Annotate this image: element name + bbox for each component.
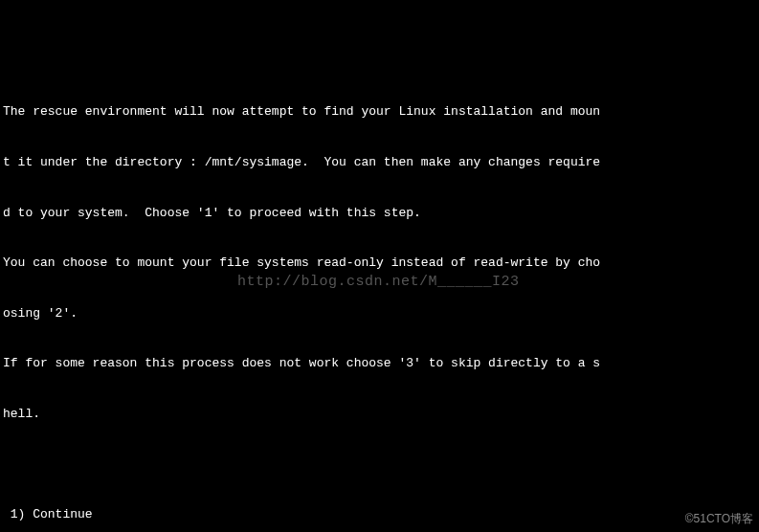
intro-line: You can choose to mount your file system… <box>3 255 759 272</box>
intro-line: osing '2'. <box>3 305 759 322</box>
intro-line: t it under the directory : /mnt/sysimage… <box>3 154 759 171</box>
intro-line: hell. <box>3 406 759 423</box>
intro-line: d to your system. Choose '1' to proceed … <box>3 205 759 222</box>
blank-line <box>3 456 759 474</box>
intro-line: If for some reason this process does not… <box>3 355 759 372</box>
terminal-output: The rescue environment will now attempt … <box>3 70 759 532</box>
intro-line: The rescue environment will now attempt … <box>3 103 759 121</box>
menu-option-continue: 1) Continue <box>3 506 759 523</box>
